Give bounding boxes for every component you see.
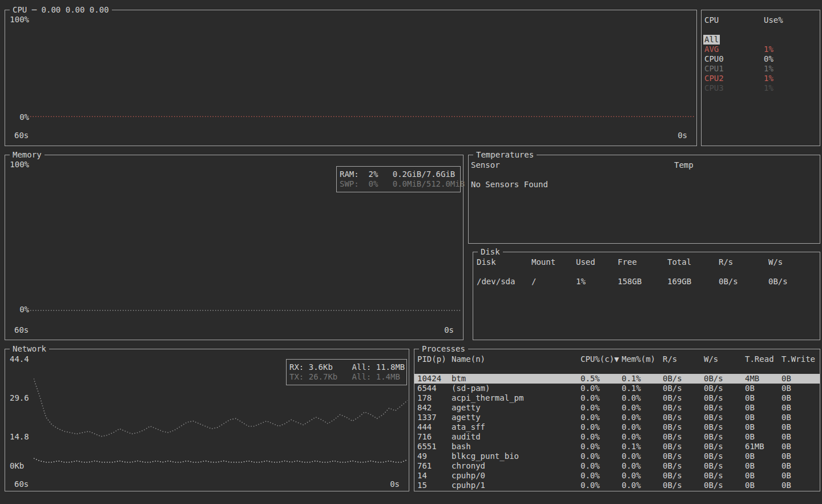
process-cell: 0B/s: [663, 451, 704, 461]
process-cell: 0.0%: [581, 422, 622, 432]
cpu-entry-use: 1%: [764, 64, 820, 74]
process-cell: 0.0%: [622, 432, 663, 442]
process-row[interactable]: 6551bash0.0%0.1%0B/s0B/s61MB0B: [414, 442, 820, 451]
process-col-header[interactable]: W/s: [704, 354, 745, 364]
process-row[interactable]: 10424btm0.5%0.1%0B/s0B/s4MB0B: [414, 374, 820, 384]
disk-cell: 169GB: [667, 277, 719, 287]
process-cell: 0.5%: [581, 374, 622, 384]
temperatures-panel[interactable]: Temperatures SensorTemp No Sensors Found: [468, 155, 820, 244]
process-cell: 716: [417, 432, 452, 442]
process-col-header[interactable]: T.Write: [781, 354, 820, 364]
process-row[interactable]: 15cpuhp/10.0%0.0%0B/s0B/s0B0B: [414, 481, 820, 490]
memory-legend: RAM: 2% 0.2GiB/7.6GiB SWP: 0% 0.0MiB/512…: [336, 166, 461, 192]
cpu-x-left-label: 60s: [14, 131, 29, 140]
processes-panel[interactable]: Processes PID(p)Name(n)CPU%(c)▼Mem%(m)R/…: [414, 349, 820, 491]
process-col-header[interactable]: Name(n): [452, 354, 581, 364]
process-row[interactable]: 49blkcg_punt_bio0.0%0.0%0B/s0B/s0B0B: [414, 451, 820, 461]
process-cell: btm: [452, 374, 581, 384]
process-cell: 0B: [781, 471, 820, 481]
disk-col-header: Total: [667, 257, 719, 267]
process-row[interactable]: 716auditd0.0%0.0%0B/s0B/s0B0B: [414, 432, 820, 442]
process-cell: 6544: [417, 384, 452, 393]
cpu-legend-col-header[interactable]: CPU: [704, 15, 764, 25]
cpu-panel[interactable]: CPU ─ 0.00 0.00 0.00 100% 0% 60s 0s: [5, 10, 697, 146]
process-cell: 0.0%: [622, 413, 663, 422]
process-cell: 0.0%: [622, 451, 663, 461]
process-cell: 0B/s: [663, 461, 704, 471]
process-cell: 49: [417, 451, 452, 461]
process-cell: 0B: [781, 461, 820, 471]
temps-empty-text: No Sensors Found: [471, 180, 548, 189]
process-row[interactable]: 761chronyd0.0%0.0%0B/s0B/s0B0B: [414, 461, 820, 471]
process-cell: 0.0%: [581, 413, 622, 422]
cpu-legend-row[interactable]: CPU11%: [702, 64, 820, 74]
process-cell: 0B/s: [663, 422, 704, 432]
network-panel[interactable]: Network 44.4 29.6 14.8 0Kb RX: 3.6Kb All…: [5, 349, 409, 491]
process-cell: blkcg_punt_bio: [452, 451, 581, 461]
process-col-header[interactable]: T.Read: [745, 354, 781, 364]
cpu-legend-col-header[interactable]: Use%: [764, 15, 820, 25]
cpu-legend-row[interactable]: AVG1%: [702, 45, 820, 54]
disk-col-header: R/s: [719, 257, 768, 267]
process-cell: 0B: [745, 403, 781, 413]
network-x-axis: 60s 0s: [6, 479, 408, 489]
process-cell: 0B: [781, 481, 820, 490]
process-cell: 0.0%: [581, 471, 622, 481]
process-cell: 0.1%: [622, 374, 663, 384]
process-cell: 0.0%: [581, 384, 622, 393]
cpu-legend-row[interactable]: CPU00%: [702, 54, 820, 64]
cpu-legend-panel[interactable]: CPUUse% AllAVG1%CPU00%CPU11%CPU21%CPU31%: [701, 10, 820, 146]
tx-line: [34, 378, 408, 436]
process-cell: 15: [417, 481, 452, 490]
disk-cell: 0B/s: [719, 277, 768, 287]
memory-panel[interactable]: Memory 100% 0% RAM: 2% 0.2GiB/7.6GiB SWP…: [5, 155, 464, 340]
process-cell: 0B/s: [704, 374, 745, 384]
process-cell: 0B/s: [704, 451, 745, 461]
process-col-header[interactable]: R/s: [663, 354, 704, 364]
cpu-entry-name: AVG: [704, 45, 764, 54]
process-col-header[interactable]: Mem%(m): [622, 354, 663, 364]
process-col-header[interactable]: PID(p): [417, 354, 452, 364]
cpu-x-right-label: 0s: [678, 131, 687, 140]
network-y-label-1: 14.8: [10, 432, 29, 442]
temps-header: SensorTemp: [469, 160, 820, 170]
process-cell: chronyd: [452, 461, 581, 471]
process-cell: 0.0%: [622, 471, 663, 481]
process-cell: 0B/s: [704, 432, 745, 442]
process-cell: acpi_thermal_pm: [452, 393, 581, 403]
network-panel-title: Network: [10, 344, 49, 354]
process-cell: 1337: [417, 413, 452, 422]
process-cell: 444: [417, 422, 452, 432]
memory-y-max-label: 100%: [6, 160, 29, 170]
process-cell: 0.0%: [581, 461, 622, 471]
process-row[interactable]: 14cpuhp/00.0%0.0%0B/s0B/s0B0B: [414, 471, 820, 481]
cpu-y-min-label: 0%: [6, 112, 29, 122]
cpu-legend-header: CPUUse%: [702, 15, 820, 25]
cpu-panel-title: CPU ─ 0.00 0.00 0.00: [10, 5, 112, 15]
cpu-legend-row[interactable]: CPU21%: [702, 74, 820, 83]
process-cell: 0B: [745, 384, 781, 393]
process-row[interactable]: 6544(sd-pam)0.0%0.1%0B/s0B/s0B0B: [414, 384, 820, 393]
process-cell: 0B: [745, 393, 781, 403]
process-cell: agetty: [452, 413, 581, 422]
process-cell: 0B/s: [704, 393, 745, 403]
cpu-legend-row[interactable]: CPU31%: [702, 83, 820, 93]
process-cell: 0B: [745, 422, 781, 432]
disk-panel[interactable]: Disk DiskMountUsedFreeTotalR/sW/s /dev/s…: [473, 252, 820, 340]
process-row[interactable]: 1337agetty0.0%0.0%0B/s0B/s0B0B: [414, 413, 820, 422]
process-cell: bash: [452, 442, 581, 451]
cpu-entry-name: CPU0: [704, 54, 764, 64]
cpu-legend-row[interactable]: All: [702, 35, 820, 45]
process-cell: 0B/s: [663, 384, 704, 393]
process-row[interactable]: 444ata_sff0.0%0.0%0B/s0B/s0B0B: [414, 422, 820, 432]
process-row[interactable]: 842agetty0.0%0.0%0B/s0B/s0B0B: [414, 403, 820, 413]
network-y-label-3: 44.4: [10, 354, 29, 364]
process-cell: 0B/s: [663, 432, 704, 442]
process-col-header[interactable]: CPU%(c)▼: [581, 354, 622, 364]
process-cell: 0.0%: [581, 481, 622, 490]
process-cell: 0B: [781, 374, 820, 384]
process-cell: ata_sff: [452, 422, 581, 432]
process-row[interactable]: 178acpi_thermal_pm0.0%0.0%0B/s0B/s0B0B: [414, 393, 820, 403]
process-cell: 0B: [781, 451, 820, 461]
disk-col-header: Used: [576, 257, 618, 267]
